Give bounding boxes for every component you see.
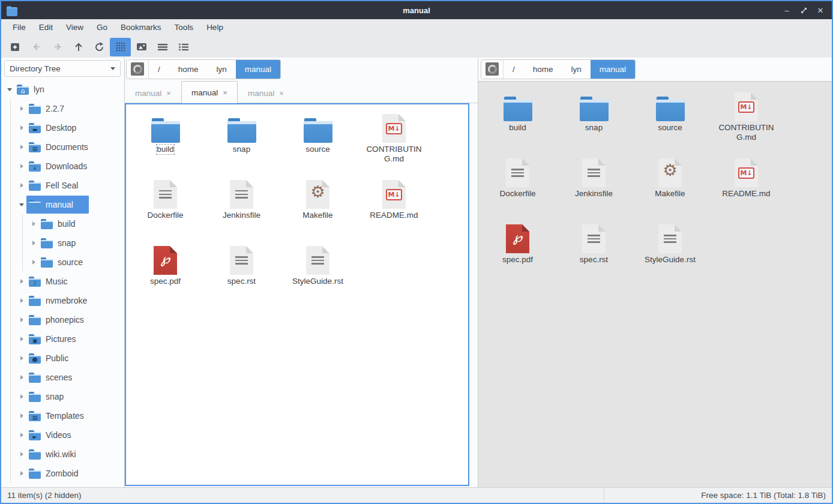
left-breadcrumb-lyn[interactable]: lyn [208,60,236,79]
file-build[interactable]: build [127,108,203,174]
file-contributing-md[interactable]: M↓CONTRIBUTING.md [356,108,432,174]
toolbar-back-button[interactable] [26,38,47,56]
menu-item-go[interactable]: Go [90,19,114,36]
chevron-collapsed-icon[interactable] [17,375,26,380]
chevron-expanded-icon[interactable] [17,203,26,206]
tree-item-fell-seal[interactable]: Fell Seal [1,176,124,195]
chevron-expanded-icon[interactable] [5,88,14,91]
file-snap[interactable]: snap [556,86,632,152]
close-tab-icon[interactable]: × [279,89,284,97]
right-file-pane[interactable]: buildsnapsourceM↓CONTRIBUTING.mdDockerfi… [478,81,832,487]
chevron-collapsed-icon[interactable] [17,125,26,130]
tree-item-phonepics[interactable]: phonepics [1,310,124,329]
toolbar-up-button[interactable] [68,38,89,56]
toolbar-thumbnail-view-button[interactable] [131,38,152,56]
chevron-collapsed-icon[interactable] [17,433,26,437]
file-spec-rst[interactable]: spec.rst [556,218,632,284]
menu-item-bookmarks[interactable]: Bookmarks [114,19,168,36]
chevron-collapsed-icon[interactable] [29,260,38,265]
menu-item-tools[interactable]: Tools [168,19,200,36]
chevron-collapsed-icon[interactable] [29,241,38,245]
chevron-collapsed-icon[interactable] [17,106,26,111]
file-readme-md[interactable]: M↓README.md [708,152,784,218]
chevron-collapsed-icon[interactable] [17,317,26,322]
left-breadcrumb-home[interactable]: home [169,60,208,79]
left-breadcrumb-manual[interactable]: manual [236,60,280,79]
file-contributing-md[interactable]: M↓CONTRIBUTING.md [708,86,784,152]
tree-item-scenes[interactable]: scenes [1,368,124,387]
tree-item-templates[interactable]: ▤Templates [1,406,124,425]
tree-item-public[interactable]: ☻Public [1,349,124,368]
tree-item-snap[interactable]: snap [1,387,124,406]
file-source[interactable]: source [632,86,708,152]
tree-item-2-2-7[interactable]: 2.2.7 [1,99,124,118]
left-breadcrumb-root[interactable]: / [149,60,169,79]
chevron-collapsed-icon[interactable] [29,221,38,226]
tree-item-lyn[interactable]: ⌂lyn [1,80,124,99]
chevron-collapsed-icon[interactable] [17,452,26,457]
file-makefile[interactable]: ⚙Makefile [280,174,356,240]
file-makefile[interactable]: ⚙Makefile [632,152,708,218]
tree-item-desktop[interactable]: ▬Desktop [1,118,124,137]
tree-item-build[interactable]: build [1,214,124,233]
toolbar-forward-button[interactable] [47,38,68,56]
minimize-icon[interactable]: – [781,5,792,16]
chevron-collapsed-icon[interactable] [17,337,26,341]
tree-item-videos[interactable]: ►Videos [1,425,124,445]
file-jenkinsfile[interactable]: Jenkinsfile [203,174,280,240]
file-readme-md[interactable]: M↓README.md [356,174,432,240]
maximize-icon[interactable] [798,5,809,16]
tree-item-nvmebroke[interactable]: nvmebroke [1,291,124,310]
chevron-collapsed-icon[interactable] [17,471,26,476]
left-file-pane[interactable]: buildsnapsourceM↓CONTRIBUTING.mdDockerfi… [125,103,469,486]
toolbar-compact-view-button[interactable] [152,38,173,56]
tree-item-source[interactable]: source [1,253,124,272]
close-icon[interactable]: ✕ [815,5,826,16]
right-breadcrumb-lyn[interactable]: lyn [562,60,591,79]
toolbar-refresh-button[interactable] [89,38,110,56]
close-tab-icon[interactable]: × [223,89,227,97]
file-spec-pdf[interactable]: ℘spec.pdf [127,240,203,306]
tree-item-pictures[interactable]: ▣Pictures [1,329,124,349]
tab-manual-2[interactable]: manual× [181,81,238,103]
file-dockerfile[interactable]: Dockerfile [127,174,203,240]
right-breadcrumb-home[interactable]: home [524,60,562,79]
file-spec-rst[interactable]: spec.rst [203,240,280,306]
file-snap[interactable]: snap [203,108,280,174]
chevron-collapsed-icon[interactable] [17,279,26,284]
file-styleguide-rst[interactable]: StyleGuide.rst [280,240,356,306]
tree-item-downloads[interactable]: ↓Downloads [1,157,124,176]
menu-item-view[interactable]: View [59,19,90,36]
toolbar-detailed-list-view-button[interactable] [173,38,194,56]
tree-item-music[interactable]: ♪Music [1,272,124,291]
chevron-collapsed-icon[interactable] [17,394,26,399]
close-tab-icon[interactable]: × [166,89,171,97]
menu-item-edit[interactable]: Edit [32,19,59,36]
toolbar-new-tab-button[interactable] [5,38,26,56]
file-build[interactable]: build [480,86,556,152]
chevron-collapsed-icon[interactable] [17,183,26,188]
tree-item-wiki-wiki[interactable]: wiki.wiki [1,445,124,464]
chevron-collapsed-icon[interactable] [17,164,26,169]
tree-item-zomboid[interactable]: Zomboid [1,464,124,483]
tree-item-snap[interactable]: snap [1,233,124,253]
left-filesystem-root-button[interactable] [127,60,149,79]
file-jenkinsfile[interactable]: Jenkinsfile [556,152,632,218]
tree-item-documents[interactable]: ▤Documents [1,137,124,157]
file-spec-pdf[interactable]: ℘spec.pdf [480,218,556,284]
right-breadcrumb-manual[interactable]: manual [591,60,635,79]
file-styleguide-rst[interactable]: StyleGuide.rst [632,218,708,284]
sidebar-mode-select[interactable]: Directory Tree [4,60,121,77]
chevron-collapsed-icon[interactable] [17,356,26,361]
chevron-collapsed-icon[interactable] [17,413,26,418]
chevron-collapsed-icon[interactable] [17,145,26,149]
tab-manual-3[interactable]: manual× [238,83,294,103]
toolbar-icon-view-button[interactable] [110,38,131,56]
menu-item-file[interactable]: File [6,19,32,36]
tab-manual-1[interactable]: manual× [125,83,181,103]
menu-item-help[interactable]: Help [200,19,230,36]
file-dockerfile[interactable]: Dockerfile [480,152,556,218]
file-source[interactable]: source [280,108,356,174]
tree-item-manual-selected[interactable]: manual [1,195,124,214]
right-breadcrumb-root[interactable]: / [504,60,524,79]
